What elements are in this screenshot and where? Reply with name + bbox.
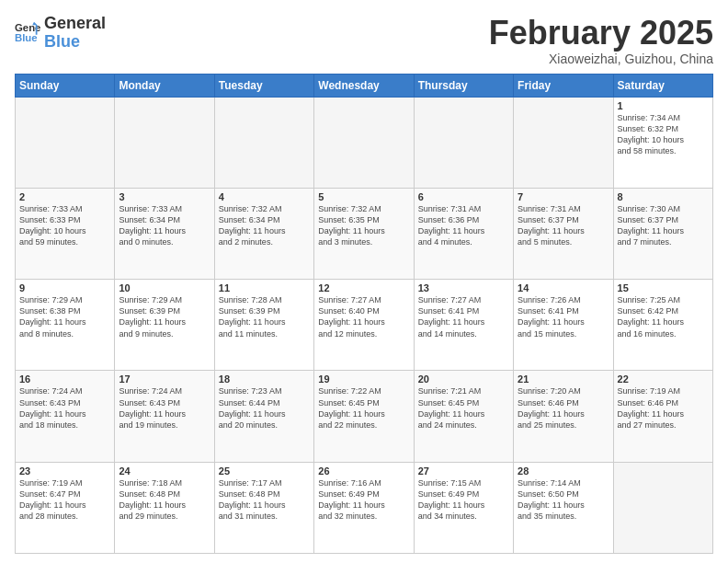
day-number: 15: [618, 282, 709, 293]
day-number: 19: [318, 373, 409, 385]
calendar-cell: 7Sunrise: 7:31 AM Sunset: 6:37 PM Daylig…: [514, 188, 613, 279]
day-info: Sunrise: 7:22 AM Sunset: 6:45 PM Dayligh…: [318, 385, 409, 431]
day-info: Sunrise: 7:21 AM Sunset: 6:45 PM Dayligh…: [418, 385, 509, 431]
calendar-week-1: 2Sunrise: 7:33 AM Sunset: 6:33 PM Daylig…: [16, 188, 713, 279]
calendar-title: February 2025: [489, 15, 713, 52]
calendar-week-0: 1Sunrise: 7:34 AM Sunset: 6:32 PM Daylig…: [16, 97, 713, 188]
calendar-cell: 25Sunrise: 7:17 AM Sunset: 6:48 PM Dayli…: [214, 462, 313, 553]
calendar-cell: 24Sunrise: 7:18 AM Sunset: 6:48 PM Dayli…: [115, 462, 214, 553]
day-info: Sunrise: 7:25 AM Sunset: 6:42 PM Dayligh…: [618, 294, 709, 339]
calendar-cell: 26Sunrise: 7:16 AM Sunset: 6:49 PM Dayli…: [314, 462, 414, 553]
day-number: 26: [318, 465, 409, 477]
page: General Blue General Blue February 2025 …: [0, 0, 728, 563]
calendar-cell: 4Sunrise: 7:32 AM Sunset: 6:34 PM Daylig…: [214, 188, 313, 279]
calendar-cell: 14Sunrise: 7:26 AM Sunset: 6:41 PM Dayli…: [514, 280, 613, 371]
calendar-table: SundayMondayTuesdayWednesdayThursdayFrid…: [15, 74, 713, 554]
calendar-cell: 15Sunrise: 7:25 AM Sunset: 6:42 PM Dayli…: [613, 280, 712, 371]
day-number: 22: [618, 373, 709, 385]
calendar-cell: [214, 97, 313, 188]
calendar-header-wednesday: Wednesday: [314, 74, 414, 97]
calendar-week-2: 9Sunrise: 7:29 AM Sunset: 6:38 PM Daylig…: [16, 280, 713, 371]
calendar-cell: [514, 97, 613, 188]
day-number: 23: [19, 465, 110, 477]
day-number: 12: [318, 282, 409, 293]
day-info: Sunrise: 7:27 AM Sunset: 6:41 PM Dayligh…: [418, 294, 509, 339]
logo-text: General Blue: [44, 15, 106, 52]
day-info: Sunrise: 7:24 AM Sunset: 6:43 PM Dayligh…: [119, 385, 210, 431]
day-info: Sunrise: 7:33 AM Sunset: 6:34 PM Dayligh…: [119, 203, 210, 248]
day-number: 10: [119, 282, 210, 293]
calendar-cell: 27Sunrise: 7:15 AM Sunset: 6:49 PM Dayli…: [414, 462, 513, 553]
calendar-cell: 5Sunrise: 7:32 AM Sunset: 6:35 PM Daylig…: [314, 188, 414, 279]
calendar-cell: 1Sunrise: 7:34 AM Sunset: 6:32 PM Daylig…: [613, 97, 712, 188]
header: General Blue General Blue February 2025 …: [15, 15, 713, 66]
day-info: Sunrise: 7:32 AM Sunset: 6:34 PM Dayligh…: [219, 203, 310, 248]
calendar-cell: [314, 97, 414, 188]
calendar-cell: 19Sunrise: 7:22 AM Sunset: 6:45 PM Dayli…: [314, 371, 414, 462]
day-number: 2: [19, 191, 110, 202]
day-number: 1: [618, 100, 709, 111]
day-info: Sunrise: 7:29 AM Sunset: 6:38 PM Dayligh…: [19, 294, 110, 339]
day-number: 16: [19, 373, 110, 385]
title-block: February 2025 Xiaoweizhai, Guizhou, Chin…: [489, 15, 713, 66]
day-info: Sunrise: 7:24 AM Sunset: 6:43 PM Dayligh…: [19, 385, 110, 431]
calendar-cell: 10Sunrise: 7:29 AM Sunset: 6:39 PM Dayli…: [115, 280, 214, 371]
day-info: Sunrise: 7:19 AM Sunset: 6:47 PM Dayligh…: [19, 477, 110, 523]
day-info: Sunrise: 7:31 AM Sunset: 6:37 PM Dayligh…: [518, 203, 609, 248]
logo: General Blue General Blue: [15, 15, 106, 52]
logo-icon: General Blue: [15, 20, 40, 46]
calendar-cell: 18Sunrise: 7:23 AM Sunset: 6:44 PM Dayli…: [214, 371, 313, 462]
day-info: Sunrise: 7:28 AM Sunset: 6:39 PM Dayligh…: [219, 294, 310, 339]
calendar-week-4: 23Sunrise: 7:19 AM Sunset: 6:47 PM Dayli…: [16, 462, 713, 553]
calendar-cell: 11Sunrise: 7:28 AM Sunset: 6:39 PM Dayli…: [214, 280, 313, 371]
calendar-cell: 6Sunrise: 7:31 AM Sunset: 6:36 PM Daylig…: [414, 188, 513, 279]
calendar-cell: [115, 97, 214, 188]
calendar-subtitle: Xiaoweizhai, Guizhou, China: [489, 52, 713, 66]
day-info: Sunrise: 7:26 AM Sunset: 6:41 PM Dayligh…: [518, 294, 609, 339]
day-info: Sunrise: 7:34 AM Sunset: 6:32 PM Dayligh…: [618, 112, 709, 157]
calendar-cell: [613, 462, 712, 553]
day-number: 18: [219, 373, 310, 385]
day-number: 17: [119, 373, 210, 385]
day-info: Sunrise: 7:19 AM Sunset: 6:46 PM Dayligh…: [618, 385, 709, 431]
day-info: Sunrise: 7:14 AM Sunset: 6:50 PM Dayligh…: [518, 477, 609, 523]
calendar-cell: [414, 97, 513, 188]
day-info: Sunrise: 7:23 AM Sunset: 6:44 PM Dayligh…: [219, 385, 310, 431]
day-number: 27: [418, 465, 509, 477]
calendar-header-sunday: Sunday: [16, 74, 115, 97]
day-number: 13: [418, 282, 509, 293]
calendar-cell: 13Sunrise: 7:27 AM Sunset: 6:41 PM Dayli…: [414, 280, 513, 371]
calendar-cell: 20Sunrise: 7:21 AM Sunset: 6:45 PM Dayli…: [414, 371, 513, 462]
day-number: 5: [318, 191, 409, 202]
day-info: Sunrise: 7:17 AM Sunset: 6:48 PM Dayligh…: [219, 477, 310, 523]
day-info: Sunrise: 7:18 AM Sunset: 6:48 PM Dayligh…: [119, 477, 210, 523]
calendar-header-row: SundayMondayTuesdayWednesdayThursdayFrid…: [16, 74, 713, 97]
day-info: Sunrise: 7:32 AM Sunset: 6:35 PM Dayligh…: [318, 203, 409, 248]
day-info: Sunrise: 7:15 AM Sunset: 6:49 PM Dayligh…: [418, 477, 509, 523]
day-info: Sunrise: 7:29 AM Sunset: 6:39 PM Dayligh…: [119, 294, 210, 339]
calendar-cell: 16Sunrise: 7:24 AM Sunset: 6:43 PM Dayli…: [16, 371, 115, 462]
day-number: 28: [518, 465, 609, 477]
day-info: Sunrise: 7:30 AM Sunset: 6:37 PM Dayligh…: [618, 203, 709, 248]
day-number: 11: [219, 282, 310, 293]
calendar-header-monday: Monday: [115, 74, 214, 97]
calendar-cell: 8Sunrise: 7:30 AM Sunset: 6:37 PM Daylig…: [613, 188, 712, 279]
day-number: 7: [518, 191, 609, 202]
calendar-cell: 9Sunrise: 7:29 AM Sunset: 6:38 PM Daylig…: [16, 280, 115, 371]
calendar-header-saturday: Saturday: [613, 74, 712, 97]
calendar-header-tuesday: Tuesday: [214, 74, 313, 97]
calendar-cell: 22Sunrise: 7:19 AM Sunset: 6:46 PM Dayli…: [613, 371, 712, 462]
calendar-cell: [16, 97, 115, 188]
calendar-header-thursday: Thursday: [414, 74, 513, 97]
calendar-cell: 2Sunrise: 7:33 AM Sunset: 6:33 PM Daylig…: [16, 188, 115, 279]
calendar-cell: 3Sunrise: 7:33 AM Sunset: 6:34 PM Daylig…: [115, 188, 214, 279]
svg-text:Blue: Blue: [15, 32, 38, 43]
day-info: Sunrise: 7:16 AM Sunset: 6:49 PM Dayligh…: [318, 477, 409, 523]
calendar-cell: 17Sunrise: 7:24 AM Sunset: 6:43 PM Dayli…: [115, 371, 214, 462]
day-number: 8: [618, 191, 709, 202]
day-number: 6: [418, 191, 509, 202]
calendar-header-friday: Friday: [514, 74, 613, 97]
day-info: Sunrise: 7:20 AM Sunset: 6:46 PM Dayligh…: [518, 385, 609, 431]
calendar-cell: 23Sunrise: 7:19 AM Sunset: 6:47 PM Dayli…: [16, 462, 115, 553]
day-info: Sunrise: 7:31 AM Sunset: 6:36 PM Dayligh…: [418, 203, 509, 248]
